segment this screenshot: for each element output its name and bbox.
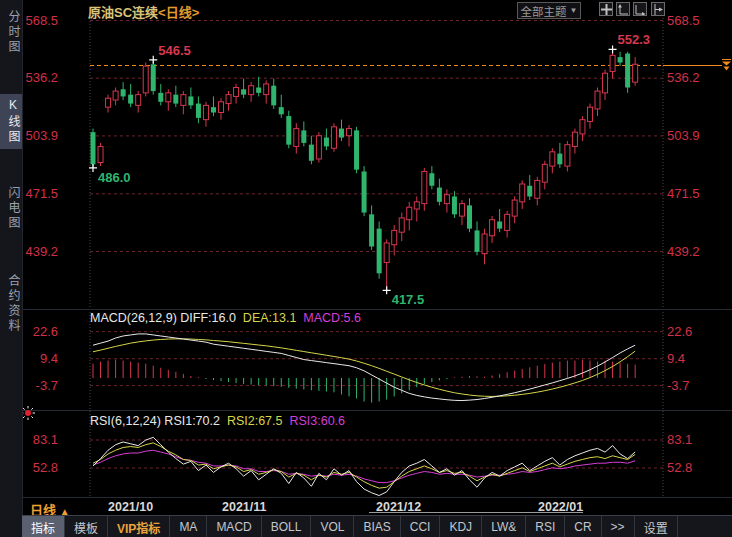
candle-up — [610, 55, 615, 71]
price-annotation: 486.0 — [98, 170, 131, 185]
theme-dropdown[interactable]: 全部主题 ▼ — [517, 2, 581, 19]
candle-up — [166, 93, 171, 102]
x-axis-tick: 2021/11 — [222, 500, 267, 514]
candle-up — [572, 132, 577, 146]
y-axis-label: 52.8 — [14, 460, 58, 475]
candle-down — [362, 171, 367, 212]
toolbar-item-CR[interactable]: CR — [565, 516, 601, 537]
period-tag: <日线> — [158, 5, 199, 20]
toolbar-item-RSI[interactable]: RSI — [526, 516, 565, 537]
candle-down — [437, 188, 442, 202]
candle-up — [143, 66, 148, 93]
toolbar-item-VIP指标[interactable]: VIP指标 — [108, 516, 170, 537]
panel-divider — [0, 309, 732, 310]
y-axis-label: 439.2 — [667, 244, 700, 259]
rsi-legend: RSI(6,12,24) RSI1:70.2 RSI2:67.5 RSI3:60… — [90, 414, 345, 428]
candle-up — [414, 202, 419, 209]
y-axis-label: 503.9 — [667, 128, 700, 143]
y-axis-label: 9.4 — [667, 351, 685, 366]
x-axis-tick: 2022/01 — [538, 500, 583, 514]
toolbar-item-KDJ[interactable]: KDJ — [440, 516, 482, 537]
price-line-handle — [722, 62, 731, 66]
candle-up — [384, 243, 389, 263]
candle-down — [241, 89, 246, 94]
toolbar-item-LW&[interactable]: LW& — [482, 516, 526, 537]
candle-down — [286, 116, 291, 145]
toolbar-item-指标[interactable]: 指标 — [22, 516, 65, 537]
candle-up — [294, 129, 299, 147]
candle-down — [625, 54, 630, 88]
shift-right-icon[interactable] — [651, 2, 665, 16]
toolbar-item-模板[interactable]: 模板 — [65, 516, 108, 537]
toolbar-item-设置[interactable]: 设置 — [635, 516, 678, 537]
candle-down — [324, 138, 329, 147]
toolbar-item-CCI[interactable]: CCI — [401, 516, 441, 537]
panel-divider — [0, 410, 732, 411]
toolbar-item-MACD[interactable]: MACD — [207, 516, 261, 537]
candle-up — [550, 152, 555, 166]
candle-down — [173, 95, 178, 104]
pan-icon[interactable] — [599, 2, 613, 16]
candle-down — [158, 93, 163, 102]
candle-up — [98, 146, 103, 162]
y-axis-label: 22.6 — [14, 324, 58, 339]
candle-down — [339, 129, 344, 138]
candle-down — [475, 230, 480, 251]
toolbar-item-BOLL[interactable]: BOLL — [262, 516, 312, 537]
y-axis-label: 471.5 — [14, 186, 58, 201]
chart-title: 原油SC连续<日线> — [88, 2, 199, 21]
extreme-marker — [383, 286, 391, 294]
candle-down — [467, 205, 472, 228]
candle-up — [106, 98, 111, 107]
candle-up — [249, 86, 254, 95]
scale-x-icon[interactable] — [633, 2, 647, 16]
candle-down — [618, 57, 623, 62]
rsi3-line — [93, 450, 635, 482]
extreme-marker — [609, 45, 617, 53]
trading-app-window: 原油SC连续<日线> 全部主题 ▼ MACD(26,12,9) DIFF:16.… — [0, 0, 732, 537]
scale-y-icon[interactable] — [616, 2, 630, 16]
candle-down — [301, 130, 306, 143]
candle-up — [505, 214, 510, 230]
candle-down — [527, 186, 532, 197]
chart-canvas[interactable] — [0, 0, 732, 537]
candle-up — [542, 164, 547, 182]
candle-up — [347, 129, 352, 136]
candle-up — [181, 95, 186, 106]
candle-down — [429, 173, 434, 186]
candle-up — [219, 102, 224, 113]
candle-up — [459, 204, 464, 217]
candle-up — [113, 91, 118, 100]
candle-up — [482, 234, 487, 254]
y-axis-label: 503.9 — [14, 128, 58, 143]
y-axis-label: 568.5 — [667, 13, 700, 28]
candle-up — [565, 145, 570, 166]
y-axis-label: 83.1 — [14, 432, 58, 447]
candle-up — [633, 64, 638, 82]
candle-down — [151, 64, 156, 91]
toolbar-item-VOL[interactable]: VOL — [311, 516, 354, 537]
candle-up — [512, 200, 517, 216]
candle-down — [452, 196, 457, 214]
candle-up — [422, 171, 427, 203]
y-axis-label: 536.2 — [667, 70, 700, 85]
y-axis-label: -3.7 — [14, 378, 58, 393]
candle-down — [196, 104, 201, 118]
candle-up — [234, 87, 239, 96]
rsi2-line — [93, 443, 635, 488]
toolbar-item-MA[interactable]: MA — [170, 516, 207, 537]
y-axis-label: 536.2 — [14, 70, 58, 85]
candle-up — [580, 120, 585, 134]
price-annotation: 546.5 — [158, 43, 191, 58]
candle-up — [392, 230, 397, 244]
y-axis-label: 52.8 — [667, 460, 692, 475]
candle-down — [309, 145, 314, 161]
y-axis-label: 22.6 — [667, 324, 692, 339]
candle-up — [490, 220, 495, 236]
candle-down — [271, 86, 276, 106]
chevron-down-icon: ▼ — [570, 6, 578, 15]
y-axis-label: 568.5 — [14, 13, 58, 28]
toolbar-item-BIAS[interactable]: BIAS — [354, 516, 400, 537]
y-axis-label: 439.2 — [14, 244, 58, 259]
toolbar-item->>[interactable]: >> — [602, 516, 635, 537]
